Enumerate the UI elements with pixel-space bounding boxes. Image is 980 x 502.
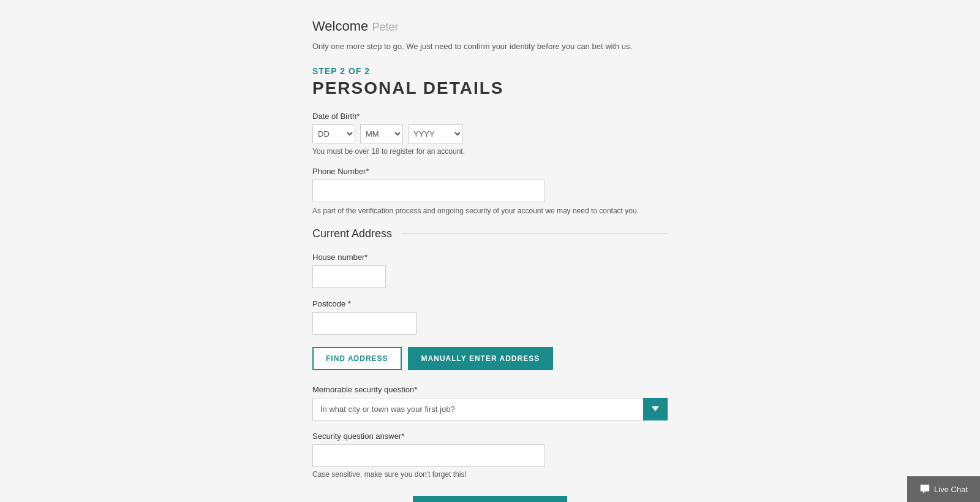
live-chat-button[interactable]: Live Chat xyxy=(907,476,980,502)
dob-hint: You must be over 18 to register for an a… xyxy=(312,147,668,156)
security-answer-hint: Case sensitive, make sure you don't forg… xyxy=(312,470,668,479)
security-question-dropdown: In what city or town was your first job? xyxy=(312,398,668,420)
security-answer-field: Security question answer* Case sensitive… xyxy=(312,432,668,479)
dob-month-select[interactable]: MM xyxy=(360,124,403,143)
dob-label: Date of Birth* xyxy=(312,112,668,121)
postcode-field: Postcode * xyxy=(312,299,668,335)
step-label: STEP 2 OF 2 xyxy=(312,66,668,76)
join-button-container: JOIN SPREADEX xyxy=(312,496,668,503)
address-section-divider: Current Address xyxy=(312,227,668,240)
house-number-input[interactable] xyxy=(312,265,386,288)
find-address-button[interactable]: FIND ADDRESS xyxy=(312,347,402,370)
chat-icon xyxy=(919,484,930,495)
phone-label: Phone Number* xyxy=(312,167,668,176)
phone-input[interactable] xyxy=(312,180,545,202)
divider-line xyxy=(401,234,668,234)
house-number-label: House number* xyxy=(312,253,668,262)
live-chat-label: Live Chat xyxy=(934,485,968,494)
postcode-input[interactable] xyxy=(312,312,417,335)
postcode-label: Postcode * xyxy=(312,299,668,308)
manual-address-button[interactable]: MANUALLY ENTER ADDRESS xyxy=(408,347,554,370)
welcome-subtitle: Only one more step to go. We just need t… xyxy=(312,40,668,53)
phone-hint: As part of the verification process and … xyxy=(312,205,668,216)
phone-field: Phone Number* As part of the verificatio… xyxy=(312,167,668,216)
welcome-heading: Welcome Peter xyxy=(312,18,668,34)
house-number-field: House number* xyxy=(312,253,668,288)
address-buttons: FIND ADDRESS MANUALLY ENTER ADDRESS xyxy=(312,347,668,370)
dob-day-select[interactable]: DD xyxy=(312,124,355,143)
welcome-username: Peter xyxy=(372,21,398,33)
security-question-field: Memorable security question* In what cit… xyxy=(312,385,668,420)
security-question-select[interactable]: In what city or town was your first job? xyxy=(312,398,668,420)
dob-group: DD MM YYYY xyxy=(312,124,668,143)
dob-field: Date of Birth* DD MM YYYY You must be ov… xyxy=(312,112,668,156)
security-question-label: Memorable security question* xyxy=(312,385,668,394)
join-button[interactable]: JOIN SPREADEX xyxy=(413,496,567,503)
security-answer-input[interactable] xyxy=(312,444,545,467)
address-section-title: Current Address xyxy=(312,227,392,240)
security-answer-label: Security question answer* xyxy=(312,432,668,441)
page-title: PERSONAL DETAILS xyxy=(312,78,668,98)
dob-year-select[interactable]: YYYY xyxy=(408,124,463,143)
